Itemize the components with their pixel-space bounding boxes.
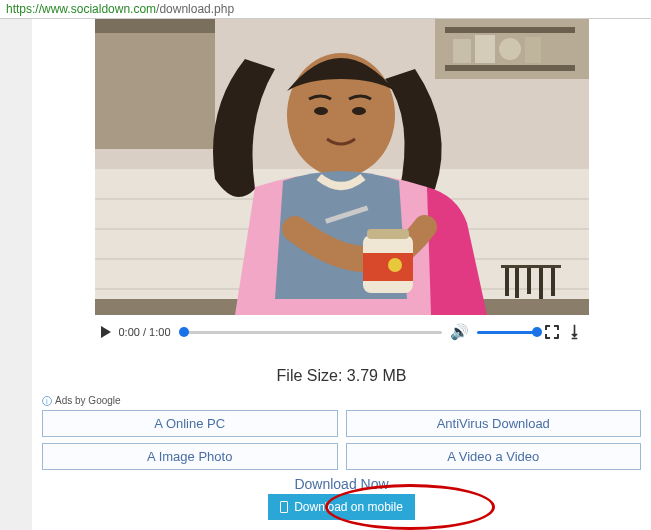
- volume-icon[interactable]: 🔊: [450, 323, 469, 341]
- ad-button-image-photo[interactable]: A Image Photo: [42, 443, 338, 470]
- svg-rect-11: [453, 39, 471, 63]
- svg-point-23: [314, 107, 328, 115]
- duration: 1:00: [149, 326, 170, 338]
- volume-thumb[interactable]: [532, 327, 542, 337]
- download-on-mobile-button[interactable]: Download on mobile: [268, 494, 415, 520]
- download-icon[interactable]: ⭳: [567, 323, 583, 341]
- play-icon[interactable]: [101, 326, 111, 338]
- ad-button-antivirus[interactable]: AntiVirus Download: [346, 410, 642, 437]
- mobile-button-label: Download on mobile: [294, 500, 403, 514]
- time-display: 0:00 / 1:00: [119, 326, 171, 338]
- video-controls: 0:00 / 1:00 🔊 ⭳: [95, 315, 589, 349]
- video-thumbnail[interactable]: [95, 19, 589, 315]
- svg-rect-26: [363, 253, 413, 281]
- svg-rect-7: [95, 19, 215, 33]
- svg-rect-20: [551, 268, 555, 296]
- svg-rect-14: [525, 37, 541, 63]
- svg-rect-19: [539, 268, 543, 300]
- url-protocol: https://: [6, 2, 42, 16]
- download-now-link[interactable]: Download Now: [32, 476, 651, 492]
- mobile-button-area: Download on mobile: [32, 494, 651, 520]
- volume-bar[interactable]: [477, 331, 537, 334]
- current-time: 0:00: [119, 326, 140, 338]
- seek-bar[interactable]: [179, 331, 442, 334]
- phone-icon: [280, 501, 288, 513]
- svg-rect-9: [445, 27, 575, 33]
- url-host: www.socialdown.com: [42, 2, 156, 16]
- ad-button-grid: A Online PC AntiVirus Download A Image P…: [32, 410, 651, 470]
- ads-by-google-label: i Ads by Google: [32, 395, 651, 406]
- video-player: 0:00 / 1:00 🔊 ⭳: [95, 19, 589, 349]
- page-outer: 0:00 / 1:00 🔊 ⭳ File Size: 3.79 MB i Ads…: [0, 19, 651, 530]
- file-size-label: File Size: 3.79 MB: [32, 367, 651, 385]
- svg-point-13: [499, 38, 521, 60]
- info-icon: i: [42, 396, 52, 406]
- svg-rect-16: [505, 268, 509, 296]
- ad-button-online-pc[interactable]: A Online PC: [42, 410, 338, 437]
- address-bar[interactable]: https://www.socialdown.com/download.php: [0, 0, 651, 19]
- svg-point-24: [352, 107, 366, 115]
- svg-rect-10: [445, 65, 575, 71]
- svg-point-29: [388, 258, 402, 272]
- fullscreen-icon[interactable]: [545, 325, 559, 339]
- ad-button-video[interactable]: A Video a Video: [346, 443, 642, 470]
- seek-thumb[interactable]: [179, 327, 189, 337]
- svg-rect-17: [515, 268, 519, 298]
- svg-rect-12: [475, 35, 495, 63]
- svg-rect-15: [501, 265, 561, 268]
- url-path: /download.php: [156, 2, 234, 16]
- svg-rect-6: [95, 19, 215, 149]
- svg-rect-18: [527, 268, 531, 294]
- ads-label-text: Ads by Google: [55, 395, 121, 406]
- left-gutter: [0, 19, 32, 530]
- main-content: 0:00 / 1:00 🔊 ⭳ File Size: 3.79 MB i Ads…: [32, 19, 651, 530]
- svg-rect-27: [367, 229, 409, 239]
